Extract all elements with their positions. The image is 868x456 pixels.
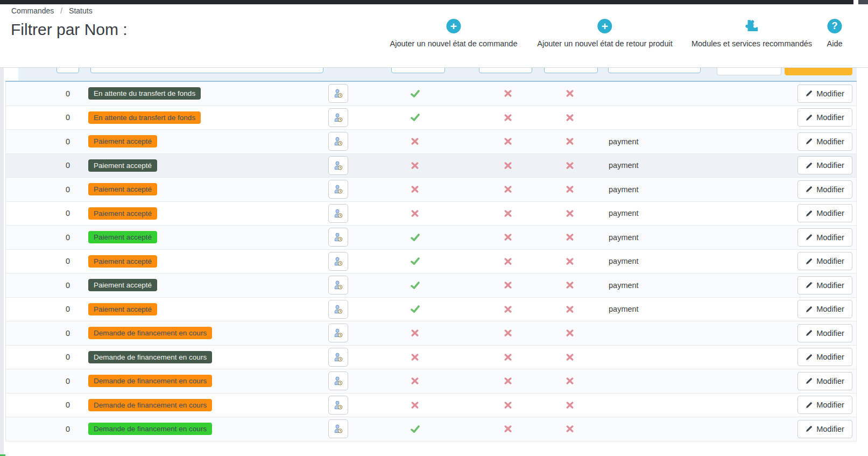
breadcrumb-statuts[interactable]: Statuts <box>69 6 93 15</box>
filter-reset-button[interactable] <box>717 68 781 75</box>
top-bar <box>0 0 868 4</box>
person-clock-button[interactable] <box>328 252 348 271</box>
add-return-state-button[interactable]: + Ajouter un nouvel état de retour produ… <box>537 18 673 48</box>
modify-button[interactable]: Modifier <box>798 180 852 199</box>
person-clock-button[interactable] <box>328 108 348 127</box>
filter-flag2-input[interactable] <box>479 68 532 73</box>
row-actions-cell: Modifier <box>705 108 856 127</box>
person-clock-button[interactable] <box>328 228 348 247</box>
row-icon-cell <box>323 252 353 271</box>
modify-button[interactable]: Modifier <box>798 204 852 222</box>
status-badge: Demande de financement en cours <box>88 327 212 339</box>
status-table-row: 0Paiement accepté paymentModifier <box>6 273 856 298</box>
row-flag-cell <box>477 258 539 265</box>
modify-button-label: Modifier <box>816 209 844 218</box>
modify-button-label: Modifier <box>816 281 844 290</box>
status-badge: Paiement accepté <box>88 279 157 291</box>
modify-button[interactable]: Modifier <box>798 132 852 151</box>
add-return-state-label: Ajouter un nouvel état de retour produit <box>537 39 673 48</box>
filter-template-input[interactable] <box>608 68 701 73</box>
row-icon-cell <box>323 324 353 342</box>
row-icon-cell <box>323 108 353 127</box>
table-filter-row <box>5 68 857 82</box>
person-clock-button[interactable] <box>328 204 348 223</box>
filter-flag1-input[interactable] <box>391 68 445 73</box>
status-table-row: 0En attente du transfert de fonds Modifi… <box>6 82 856 106</box>
person-clock-button[interactable] <box>328 132 348 151</box>
person-clock-button[interactable] <box>328 419 348 438</box>
person-clock-button[interactable] <box>328 324 348 342</box>
row-flag-cell <box>539 354 601 361</box>
person-clock-button[interactable] <box>328 276 348 294</box>
modify-button[interactable]: Modifier <box>798 252 852 270</box>
row-flag-cell <box>353 210 477 217</box>
modify-button[interactable]: Modifier <box>798 324 852 342</box>
top-bar-gap <box>853 0 858 4</box>
row-flag-cell <box>539 114 601 121</box>
check-icon <box>411 305 420 313</box>
row-flag-cell <box>477 329 539 336</box>
help-button[interactable]: ? Aide <box>827 18 842 48</box>
person-clock-button[interactable] <box>328 371 348 390</box>
person-clock-button[interactable] <box>328 396 348 415</box>
person-clock-icon <box>334 424 343 433</box>
plus-circle-icon: + <box>598 18 612 33</box>
row-count: 0 <box>19 89 79 98</box>
status-table-row: 0Paiement accepté paymentModifier <box>6 178 856 202</box>
person-clock-button[interactable] <box>328 348 348 367</box>
status-table-row: 0Demande de financement en cours Modifie… <box>6 346 856 370</box>
modify-button[interactable]: Modifier <box>798 108 852 127</box>
modify-button[interactable]: Modifier <box>798 228 852 247</box>
pencil-icon <box>806 402 813 409</box>
breadcrumb: Commandes / Statuts <box>11 6 93 15</box>
row-actions-cell: Modifier <box>705 396 856 414</box>
cross-icon <box>566 114 574 121</box>
left-scroll-strip[interactable] <box>0 68 4 456</box>
filter-search-button[interactable] <box>785 68 852 75</box>
status-table-row: 0Paiement accepté paymentModifier <box>6 154 856 178</box>
cross-icon <box>411 162 419 169</box>
filter-flag3-input[interactable] <box>544 68 598 73</box>
modify-button[interactable]: Modifier <box>798 348 852 366</box>
row-count: 0 <box>19 401 79 409</box>
cross-icon <box>411 354 419 361</box>
modify-button-label: Modifier <box>816 257 844 265</box>
row-flag-cell <box>539 402 601 409</box>
recommended-modules-button[interactable]: Modules et services recommandés <box>691 18 812 48</box>
row-status-cell: Demande de financement en cours <box>79 423 323 435</box>
cross-icon <box>504 425 512 432</box>
person-clock-button[interactable] <box>328 300 348 319</box>
check-icon <box>411 90 420 97</box>
person-clock-button[interactable] <box>328 84 348 103</box>
add-order-state-button[interactable]: + Ajouter un nouvel état de commande <box>390 18 518 48</box>
person-clock-icon <box>334 89 343 98</box>
row-count: 0 <box>19 257 79 265</box>
person-clock-icon <box>334 137 343 146</box>
row-status-cell: Paiement accepté <box>79 231 323 243</box>
status-table-row: 0Paiement accepté paymentModifier <box>6 130 856 154</box>
status-badge: En attente du transfert de fonds <box>88 111 201 124</box>
modify-button[interactable]: Modifier <box>798 276 852 294</box>
filter-count-input[interactable] <box>57 68 79 73</box>
cross-icon <box>504 377 512 384</box>
row-actions-cell: Modifier <box>705 85 856 103</box>
row-count: 0 <box>19 281 79 290</box>
modify-button[interactable]: Modifier <box>798 156 852 174</box>
row-flag-cell <box>539 282 601 289</box>
person-clock-button[interactable] <box>328 156 348 175</box>
modify-button[interactable]: Modifier <box>798 420 852 438</box>
cross-icon <box>504 138 512 145</box>
pencil-icon <box>806 329 813 336</box>
row-email-template: payment <box>601 257 705 265</box>
row-count: 0 <box>19 329 79 338</box>
pencil-icon <box>806 210 813 217</box>
person-clock-button[interactable] <box>328 180 348 199</box>
status-badge: Paiement accepté <box>88 231 157 243</box>
breadcrumb-commandes[interactable]: Commandes <box>11 6 54 15</box>
modify-button[interactable]: Modifier <box>798 396 852 414</box>
modify-button[interactable]: Modifier <box>798 85 852 103</box>
cross-icon <box>411 210 419 217</box>
modify-button[interactable]: Modifier <box>798 372 852 390</box>
modify-button[interactable]: Modifier <box>798 300 852 318</box>
filter-name-input[interactable] <box>90 68 323 73</box>
